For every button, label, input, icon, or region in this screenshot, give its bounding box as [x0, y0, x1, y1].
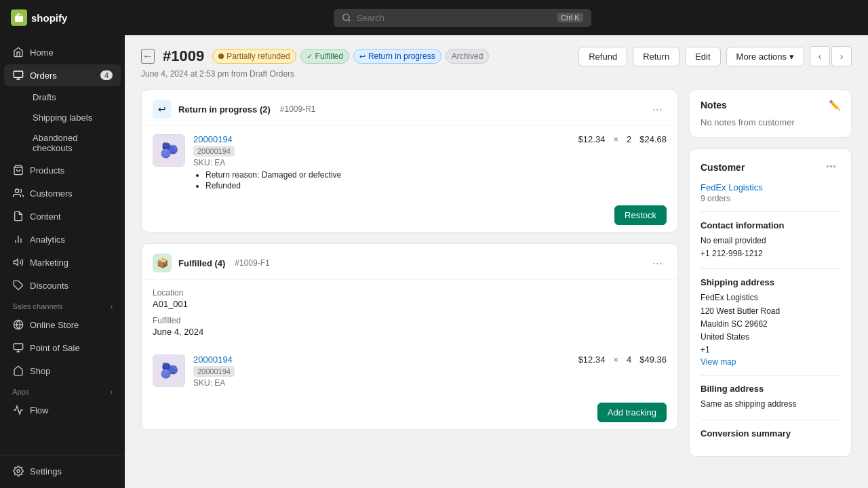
fulfilled-label: Fulfilled	[153, 316, 667, 325]
sidebar-item-analytics[interactable]: Analytics	[4, 228, 121, 250]
return-icon: ↩	[359, 52, 366, 61]
search-bar[interactable]: Ctrl K	[334, 9, 591, 27]
sidebar-item-drafts[interactable]: Drafts	[24, 87, 125, 107]
location-label: Location	[153, 288, 667, 298]
sidebar-item-shop[interactable]: Shop	[4, 360, 121, 382]
sidebar-item-orders[interactable]: Orders 4	[4, 64, 121, 86]
back-button[interactable]: ←	[141, 49, 155, 64]
customer-card-title: Customer ···	[701, 159, 840, 176]
fulfilled-card: 📦 Fulfilled (4) #1009-F1 ··· Location A0…	[141, 243, 678, 430]
product-notes: Return reason: Damaged or defective Refu…	[193, 170, 570, 190]
badge-dot	[218, 54, 224, 59]
shipping-country: United States	[701, 331, 840, 344]
return-product-row: 🫐 20000194 20000194 SKU: EA Return reaso…	[142, 126, 677, 199]
return-button[interactable]: Return	[633, 47, 679, 66]
product-link[interactable]: 20000194	[193, 134, 233, 144]
fulfilled-product-row: 🫐 20000194 20000194 SKU: EA $12.34 ×	[142, 346, 677, 396]
fulfilled-card-title: Fulfilled (4)	[178, 258, 225, 268]
sidebar-item-home[interactable]: Home	[4, 41, 121, 63]
sidebar-section-apps[interactable]: Apps ›	[0, 382, 125, 399]
edit-notes-button[interactable]: ✏️	[829, 100, 840, 110]
sidebar-item-label: Orders	[30, 70, 57, 81]
fulfilled-card-more-button[interactable]: ···	[648, 255, 667, 271]
sidebar-item-label: Customers	[30, 188, 73, 199]
status-badges: Partially refunded ✓ Fulfilled ↩ Return …	[212, 49, 489, 64]
online-store-icon	[12, 319, 24, 331]
fulfilled-meta: Location A01_001 Fulfilled June 4, 2024	[142, 280, 677, 346]
page-subtitle: June 4, 2024 at 2:53 pm from Draft Order…	[141, 69, 852, 79]
product-badge: 20000194	[193, 366, 235, 377]
sidebar-item-content[interactable]: Content	[4, 205, 121, 227]
return-card-icon: ↩	[153, 100, 172, 119]
location-value: A01_001	[153, 299, 667, 309]
sidebar-item-products[interactable]: Products	[4, 159, 121, 181]
sidebar-item-label: Flow	[30, 405, 48, 415]
product-info: 20000194 20000194 SKU: EA Return reason:…	[193, 134, 570, 190]
notes-card: Notes ✏️ No notes from customer	[689, 89, 852, 138]
customer-name-link[interactable]: FedEx Logistics	[701, 182, 763, 192]
sidebar-item-flow[interactable]: Flow	[4, 399, 121, 421]
refund-button[interactable]: Refund	[578, 47, 627, 66]
sidebar-item-settings[interactable]: Settings	[4, 460, 121, 482]
return-card-title: Return in progress (2)	[178, 104, 271, 115]
search-input[interactable]	[357, 13, 553, 23]
sidebar-item-marketing[interactable]: Marketing	[4, 251, 121, 273]
phone: +1 212-998-1212	[701, 247, 840, 260]
sidebar-item-discounts[interactable]: Discounts	[4, 274, 121, 296]
edit-button[interactable]: Edit	[685, 47, 720, 66]
home-icon	[12, 46, 24, 58]
pos-icon	[12, 342, 24, 354]
svg-point-3	[15, 189, 18, 192]
chevron-down-icon: ▾	[789, 52, 794, 62]
product-pricing: $12.34 × 2 $24.68	[578, 134, 667, 144]
return-card: ↩ Return in progress (2) #1009-R1 ··· 🫐 …	[141, 89, 678, 232]
shopify-bag-icon	[11, 9, 27, 26]
sidebar-item-label: Products	[30, 165, 64, 176]
marketing-icon	[12, 256, 24, 268]
no-notes-text: No notes from customer	[701, 117, 840, 127]
return-card-id: #1009-R1	[280, 104, 316, 114]
logo-text: shopify	[31, 12, 67, 24]
more-actions-button[interactable]: More actions ▾	[726, 47, 804, 66]
product-link[interactable]: 20000194	[193, 354, 233, 365]
view-map-link[interactable]: View map	[701, 357, 736, 367]
product-sku: SKU: EA	[193, 378, 570, 388]
sidebar-item-online-store[interactable]: Online Store	[4, 314, 121, 336]
badge-fulfilled: ✓ Fulfilled	[300, 49, 349, 64]
sidebar-item-customers[interactable]: Customers	[4, 182, 121, 204]
billing-same: Same as shipping address	[701, 398, 840, 411]
settings-icon	[12, 465, 24, 477]
no-email: No email provided	[701, 235, 840, 247]
shipping-phone: +1	[701, 344, 840, 357]
product-info: 20000194 20000194 SKU: EA	[193, 354, 570, 388]
fulfilled-card-icon: 📦	[153, 253, 172, 272]
sidebar-item-abandoned-checkouts[interactable]: Abandoned checkouts	[24, 128, 125, 158]
customer-more-button[interactable]: ···	[822, 159, 840, 176]
sidebar-item-label: Settings	[30, 466, 62, 476]
sidebar-item-label: Abandoned checkouts	[33, 133, 117, 153]
fulfilled-card-header: 📦 Fulfilled (4) #1009-F1 ···	[142, 244, 677, 280]
svg-point-12	[17, 470, 20, 472]
prev-button[interactable]: ‹	[810, 46, 830, 66]
add-tracking-button[interactable]: Add tracking	[597, 403, 667, 422]
product-sku: SKU: EA	[193, 158, 570, 167]
shipping-city-state: Mauldin SC 29662	[701, 318, 840, 331]
product-price: $12.34	[578, 354, 606, 365]
check-icon: ✓	[307, 52, 313, 61]
return-card-more-button[interactable]: ···	[648, 101, 667, 117]
sidebar-item-label: Discounts	[30, 281, 68, 291]
refunded-status: Refunded	[205, 181, 570, 190]
sidebar-section-sales-channels[interactable]: Sales channels ›	[0, 297, 125, 313]
customers-icon	[12, 187, 24, 199]
restock-button[interactable]: Restock	[614, 205, 667, 225]
billing-section: Billing address Same as shipping address	[701, 384, 840, 411]
shop-icon	[12, 365, 24, 377]
sidebar-item-point-of-sale[interactable]: Point of Sale	[4, 337, 121, 359]
next-button[interactable]: ›	[831, 46, 852, 66]
product-qty: ×	[613, 134, 618, 144]
conversion-section: Conversion summary	[701, 428, 840, 439]
billing-title: Billing address	[701, 384, 840, 394]
sidebar-item-shipping-labels[interactable]: Shipping labels	[24, 108, 125, 127]
search-kbd: Ctrl K	[557, 13, 583, 22]
sidebar-item-label: Shipping labels	[33, 113, 92, 123]
